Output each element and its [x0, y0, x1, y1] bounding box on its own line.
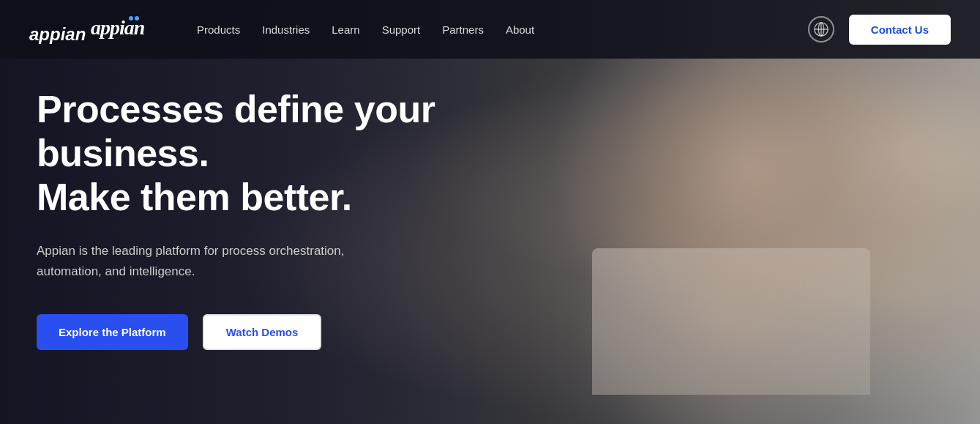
svg-point-1 [129, 16, 133, 21]
language-selector[interactable] [808, 16, 834, 42]
hero-content: Processes define your business. Make the… [37, 88, 446, 350]
hero-buttons: Explore the Platform Watch Demos [37, 314, 446, 350]
svg-point-2 [135, 16, 139, 21]
nav-links: Products Industries Learn Support Partne… [197, 23, 808, 36]
nav-support[interactable]: Support [382, 23, 421, 36]
logo[interactable]: appian [29, 14, 171, 45]
appian-logo-svg: appian [91, 14, 171, 40]
nav-partners[interactable]: Partners [442, 23, 484, 36]
nav-products[interactable]: Products [197, 23, 240, 36]
nav-about[interactable]: About [506, 23, 534, 36]
watch-demos-button[interactable]: Watch Demos [203, 314, 322, 350]
contact-button[interactable]: Contact Us [849, 15, 951, 45]
brand-name: appian [29, 14, 171, 45]
hero-headline-line2: Make them better. [37, 176, 352, 218]
nav-right: Contact Us [808, 15, 951, 45]
globe-icon-svg [813, 21, 829, 37]
nav-learn[interactable]: Learn [332, 23, 359, 36]
explore-platform-button[interactable]: Explore the Platform [37, 314, 188, 350]
hero-headline-line1: Processes define your business. [37, 88, 435, 174]
navbar: appian Products Industries Learn Support… [0, 0, 980, 59]
hero-section: appian Products Industries Learn Support… [0, 0, 980, 424]
hero-image-laptop [592, 248, 870, 395]
hero-subtext: Appian is the leading platform for proce… [37, 241, 373, 280]
nav-industries[interactable]: Industries [262, 23, 310, 36]
hero-headline: Processes define your business. Make the… [37, 88, 446, 219]
